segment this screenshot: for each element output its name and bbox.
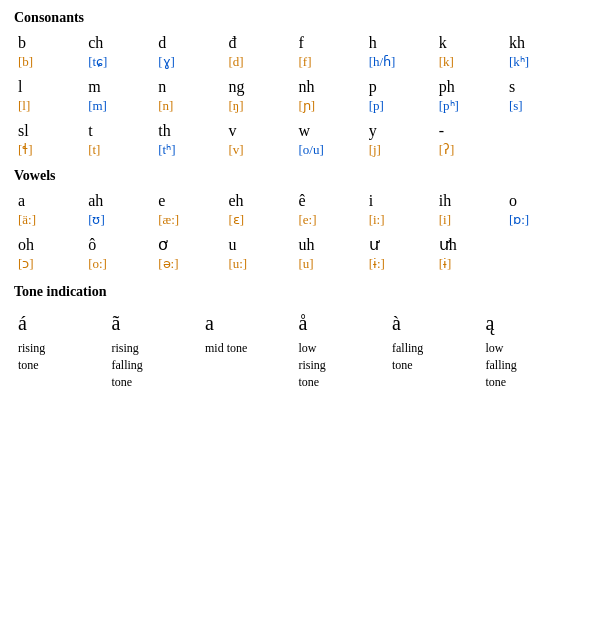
consonant-letter: p	[369, 76, 377, 98]
consonant-ipa: [tɕ]	[88, 54, 107, 71]
vowel-ipa: [e:]	[299, 212, 317, 229]
consonant-ipa: [ɲ]	[299, 98, 316, 115]
consonants-section: Consonants b[b]ch[tɕ]d[ɣ]đ[d]f[f]h[h/ɦ]k…	[14, 10, 575, 162]
consonant-cell: ch[tɕ]	[84, 30, 154, 74]
consonant-cell: k[k]	[435, 30, 505, 74]
consonant-ipa: [k]	[439, 54, 454, 71]
vowel-letter: oh	[18, 234, 34, 256]
vowel-cell: ah[ʊ]	[84, 188, 154, 232]
tone-cell: àfalling tone	[388, 306, 482, 392]
consonant-cell: b[b]	[14, 30, 84, 74]
tone-cell: ąlow falling tone	[482, 306, 576, 392]
vowel-cell: ih[i]	[435, 188, 505, 232]
consonant-cell: kh[kʰ]	[505, 30, 575, 74]
vowel-letter: o	[509, 190, 517, 212]
tones-grid: árising toneãrising falling toneamid ton…	[14, 306, 575, 392]
consonant-ipa: [m]	[88, 98, 107, 115]
consonant-cell	[505, 118, 575, 162]
consonant-ipa: [f]	[299, 54, 312, 71]
consonant-cell: n[n]	[154, 74, 224, 118]
vowel-ipa: [ə:]	[158, 256, 178, 273]
vowels-grid: a[ä:]ah[ʊ]e[æ:]eh[ɛ]ê[e:]i[i:]ih[i]o[ɒ:]…	[14, 188, 575, 276]
vowel-letter: ư	[369, 234, 379, 256]
tone-letter: ã	[112, 308, 121, 338]
tone-label: rising falling tone	[112, 340, 143, 390]
vowel-letter: eh	[228, 190, 243, 212]
consonant-cell: m[m]	[84, 74, 154, 118]
vowel-ipa: [u:]	[228, 256, 247, 273]
vowels-section: Vowels a[ä:]ah[ʊ]e[æ:]eh[ɛ]ê[e:]i[i:]ih[…	[14, 168, 575, 276]
vowel-letter: ô	[88, 234, 96, 256]
vowel-cell: a[ä:]	[14, 188, 84, 232]
consonant-letter: sl	[18, 120, 29, 142]
tone-letter: ą	[486, 308, 495, 338]
consonant-cell: y[j]	[365, 118, 435, 162]
consonant-letter: h	[369, 32, 377, 54]
consonant-letter: f	[299, 32, 304, 54]
consonants-title: Consonants	[14, 10, 575, 26]
consonant-letter: d	[158, 32, 166, 54]
vowel-ipa: [ɔ]	[18, 256, 34, 273]
consonant-ipa: [l]	[18, 98, 30, 115]
tone-cell: ãrising falling tone	[108, 306, 202, 392]
consonant-ipa: [h/ɦ]	[369, 54, 396, 71]
consonant-ipa: [b]	[18, 54, 33, 71]
consonant-cell: sl[ɬ]	[14, 118, 84, 162]
consonant-ipa: [ɬ]	[18, 142, 33, 159]
consonant-ipa: [s]	[509, 98, 523, 115]
vowel-ipa: [i:]	[369, 212, 385, 229]
vowel-cell: eh[ɛ]	[224, 188, 294, 232]
vowel-ipa: [ɨ]	[439, 256, 452, 273]
vowel-letter: u	[228, 234, 236, 256]
consonant-letter: l	[18, 76, 22, 98]
consonant-letter: ph	[439, 76, 455, 98]
tone-label: mid tone	[205, 340, 247, 357]
vowel-letter: ih	[439, 190, 451, 212]
consonant-ipa: [pʰ]	[439, 98, 459, 115]
consonants-grid: b[b]ch[tɕ]d[ɣ]đ[d]f[f]h[h/ɦ]k[k]kh[kʰ]l[…	[14, 30, 575, 162]
tone-label: rising tone	[18, 340, 45, 374]
vowel-ipa: [æ:]	[158, 212, 179, 229]
vowel-ipa: [ɒ:]	[509, 212, 529, 229]
vowel-cell: ơ[ə:]	[154, 232, 224, 276]
vowel-letter: ah	[88, 190, 103, 212]
tones-section: Tone indication árising toneãrising fall…	[14, 284, 575, 392]
consonant-cell: v[v]	[224, 118, 294, 162]
vowel-ipa: [ɛ]	[228, 212, 244, 229]
consonant-ipa: [tʰ]	[158, 142, 175, 159]
vowel-letter: a	[18, 190, 25, 212]
vowels-title: Vowels	[14, 168, 575, 184]
consonant-letter: b	[18, 32, 26, 54]
consonant-ipa: [ʔ]	[439, 142, 455, 159]
consonant-cell: h[h/ɦ]	[365, 30, 435, 74]
consonant-ipa: [d]	[228, 54, 243, 71]
consonant-letter: w	[299, 120, 311, 142]
consonant-ipa: [t]	[88, 142, 100, 159]
vowel-ipa: [u]	[299, 256, 314, 273]
consonant-ipa: [kʰ]	[509, 54, 529, 71]
consonant-ipa: [j]	[369, 142, 381, 159]
consonant-cell: th[tʰ]	[154, 118, 224, 162]
consonant-letter: n	[158, 76, 166, 98]
vowel-cell	[505, 232, 575, 276]
consonant-cell: f[f]	[295, 30, 365, 74]
tone-letter: a	[205, 308, 214, 338]
vowel-cell: i[i:]	[365, 188, 435, 232]
vowel-ipa: [o:]	[88, 256, 107, 273]
vowel-letter: uh	[299, 234, 315, 256]
consonant-cell: p[p]	[365, 74, 435, 118]
vowel-letter: ơ	[158, 234, 168, 256]
consonant-letter: th	[158, 120, 170, 142]
consonant-ipa: [n]	[158, 98, 173, 115]
vowel-cell: oh[ɔ]	[14, 232, 84, 276]
consonant-letter: k	[439, 32, 447, 54]
tone-label: falling tone	[392, 340, 423, 374]
vowel-cell: uh[u]	[295, 232, 365, 276]
vowel-ipa: [i]	[439, 212, 451, 229]
vowel-letter: i	[369, 190, 373, 212]
vowel-cell: ưh[ɨ]	[435, 232, 505, 276]
consonant-letter: v	[228, 120, 236, 142]
consonant-letter: t	[88, 120, 92, 142]
tones-title: Tone indication	[14, 284, 575, 300]
consonant-ipa: [ŋ]	[228, 98, 243, 115]
